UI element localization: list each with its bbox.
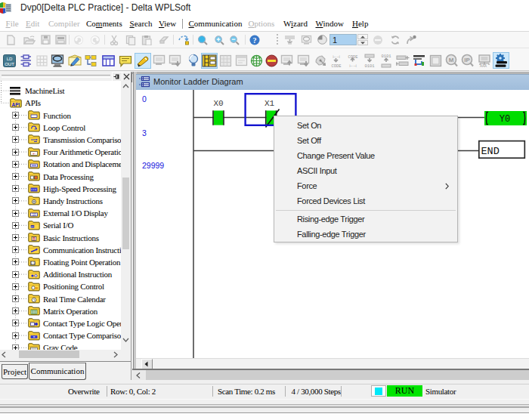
svg-text:3: 3: [142, 128, 147, 137]
svg-text:LD: LD: [7, 57, 13, 61]
svg-text:10: 10: [32, 212, 36, 216]
svg-text:IP: IP: [464, 57, 470, 63]
svg-text:0: 0: [142, 94, 147, 103]
svg-text:1.1: 1.1: [30, 261, 36, 265]
svg-text:M: M: [449, 57, 454, 63]
svg-text:API: API: [12, 101, 20, 107]
svg-text:OUT: OUT: [5, 62, 14, 66]
svg-text:CODE: CODE: [331, 63, 342, 68]
svg-text:29999: 29999: [142, 161, 164, 170]
svg-text:=: =: [33, 335, 36, 338]
svg-text:0101: 0101: [364, 63, 375, 68]
svg-text:B: B: [32, 236, 36, 241]
svg-text:Y0: Y0: [500, 114, 510, 125]
svg-text:⊢⊣: ⊢⊣: [349, 63, 357, 68]
svg-text:?: ?: [253, 36, 257, 45]
svg-text:END: END: [481, 146, 500, 157]
svg-text:X0: X0: [213, 99, 223, 108]
svg-text:I/O: I/O: [30, 224, 34, 228]
svg-text:ΑΑΑ: ΑΑΑ: [480, 64, 487, 68]
svg-text:+-: +-: [32, 151, 36, 155]
svg-text:X1: X1: [264, 99, 275, 108]
